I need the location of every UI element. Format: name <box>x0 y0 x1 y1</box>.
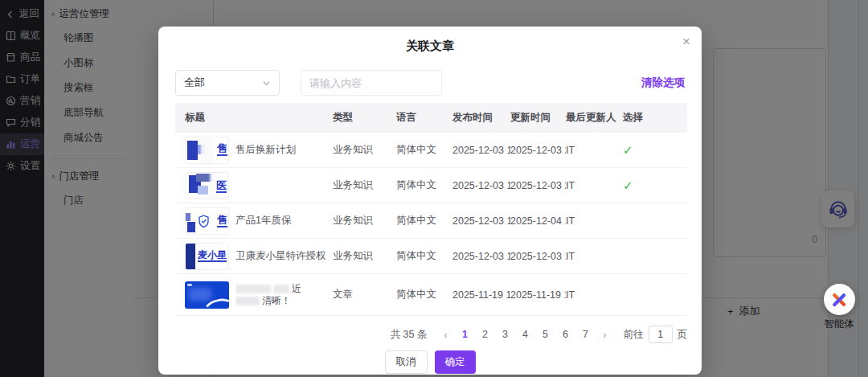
article-type: 业务知识 <box>333 178 396 192</box>
column-header-select: 选择 <box>623 111 687 125</box>
assistant-circle[interactable] <box>824 284 855 315</box>
articles-table: 标题 类型 语言 发布时间 更新时间 最后更新人 选择 售 售后换新计划 业务知… <box>175 103 687 316</box>
column-header-title: 标题 <box>175 111 333 125</box>
page-number-1[interactable]: 1 <box>457 329 474 340</box>
selected-check-icon[interactable]: ✓ <box>623 143 633 157</box>
article-updated-by: IT <box>566 289 623 301</box>
confirm-button[interactable]: 确定 <box>435 350 476 374</box>
table-row[interactable]: 近 清晰！ 文章 简体中文 2025-11-19 11: 2025-11-19 … <box>175 274 687 316</box>
article-updated: 2025-12-03 16 <box>510 251 566 262</box>
cancel-button[interactable]: 取消 <box>385 350 428 374</box>
article-updated-by: IT <box>566 180 623 191</box>
article-language: 简体中文 <box>396 214 452 227</box>
article-type: 业务知识 <box>333 143 396 157</box>
filter-row: 全部 清除选项 <box>175 70 685 96</box>
modal-footer: 取消 确定 <box>158 350 702 374</box>
goto-page-input[interactable] <box>649 326 673 343</box>
assistant-label: 智能体 <box>821 318 857 331</box>
goto-unit: 页 <box>678 328 688 342</box>
pagination-total: 共 35 条 <box>391 328 428 342</box>
article-thumbnail: 医 <box>185 172 229 199</box>
article-title: 卫康麦小星特许授权 <box>235 249 326 263</box>
chevron-down-icon <box>262 79 271 88</box>
article-updated: 2025-12-04 18 <box>510 215 566 227</box>
screen: 返回 概览 商品 订单 营销 分销 运营 设置 <box>0 0 868 377</box>
ai-assistant-widget[interactable]: 智能体 <box>821 284 857 331</box>
table-header: 标题 类型 语言 发布时间 更新时间 最后更新人 选择 <box>175 103 687 133</box>
article-published: 2025-11-19 11: <box>452 289 510 301</box>
page-number-3[interactable]: 3 <box>497 329 514 340</box>
column-header-type: 类型 <box>333 111 396 125</box>
shield-check-icon <box>198 215 210 228</box>
column-header-published: 发布时间 <box>452 111 510 125</box>
article-title: 售后换新计划 <box>235 143 296 157</box>
article-language: 简体中文 <box>396 143 452 157</box>
table-row[interactable]: 售 售后换新计划 业务知识 简体中文 2025-12-03 18 2025-12… <box>175 133 687 168</box>
redacted-text <box>235 285 271 293</box>
table-row[interactable]: 售 产品1年质保 业务知识 简体中文 2025-12-03 18 2025-12… <box>175 203 687 239</box>
modal-title: 关联文章 <box>158 27 702 54</box>
page-number-2[interactable]: 2 <box>477 329 494 340</box>
page-number-7[interactable]: 7 <box>577 329 595 340</box>
redacted-text <box>273 285 289 293</box>
next-page-icon[interactable]: › <box>597 329 613 341</box>
column-header-updated-by: 最后更新人 <box>566 111 623 125</box>
clear-selection-button[interactable]: 清除选项 <box>641 76 685 90</box>
page-number-5[interactable]: 5 <box>537 329 555 340</box>
column-header-updated: 更新时间 <box>510 111 566 125</box>
article-published: 2025-12-03 15 <box>452 251 510 262</box>
article-thumbnail: 麦小星 <box>185 243 229 270</box>
redacted-text <box>235 297 260 305</box>
prev-page-icon[interactable]: ‹ <box>438 329 454 341</box>
article-thumbnail: 售 <box>185 207 229 235</box>
article-thumbnail <box>185 281 229 309</box>
article-language: 简体中文 <box>396 288 452 301</box>
article-thumbnail: 售 <box>185 137 229 164</box>
category-select-value: 全部 <box>184 76 205 90</box>
table-row[interactable]: 麦小星 卫康麦小星特许授权 业务知识 简体中文 2025-12-03 15 20… <box>175 239 687 274</box>
article-language: 简体中文 <box>396 178 452 192</box>
article-published: 2025-12-03 18 <box>452 145 510 156</box>
article-updated-by: IT <box>566 145 623 156</box>
article-updated: 2025-12-03 20 <box>510 145 566 156</box>
article-language: 简体中文 <box>396 249 452 263</box>
page-number-6[interactable]: 6 <box>557 329 575 340</box>
search-input[interactable] <box>301 71 442 95</box>
article-updated: 2025-11-19 15: <box>510 289 566 301</box>
pagination: 共 35 条 ‹ 1 2 3 4 5 6 7 › 前往 页 <box>391 326 687 343</box>
x-logo-icon <box>829 290 849 309</box>
article-updated-by: IT <box>566 251 623 262</box>
selected-check-icon[interactable]: ✓ <box>623 178 633 192</box>
goto-label: 前往 <box>624 328 644 342</box>
article-title: 产品1年质保 <box>235 214 291 227</box>
article-updated: 2025-12-03 20 <box>510 180 566 191</box>
page-number-4[interactable]: 4 <box>517 329 534 340</box>
article-type: 业务知识 <box>333 214 396 227</box>
column-header-language: 语言 <box>396 111 452 125</box>
close-icon[interactable]: × <box>682 35 690 48</box>
article-published: 2025-12-03 18 <box>452 180 510 191</box>
associate-article-modal: × 关联文章 全部 清除选项 标题 类型 语言 发布时间 更新时间 最 <box>158 27 702 375</box>
article-updated-by: IT <box>566 215 623 227</box>
search-group <box>301 70 442 96</box>
article-title: 近 清晰！ <box>235 283 301 307</box>
category-select[interactable]: 全部 <box>175 70 280 96</box>
article-type: 业务知识 <box>333 249 396 263</box>
article-published: 2025-12-03 18 <box>452 215 510 227</box>
table-row[interactable]: 医 业务知识 简体中文 2025-12-03 18 2025-12-03 20 … <box>175 168 687 203</box>
article-type: 文章 <box>333 288 396 301</box>
